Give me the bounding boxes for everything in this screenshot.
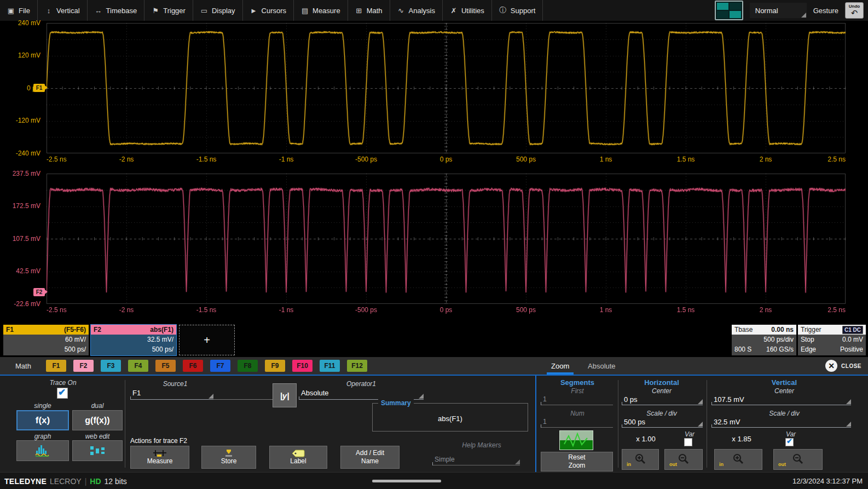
descriptor-row: F1(F5-F6) 60 mV/500 ps/ F2abs(F1) 32.5 m… — [0, 324, 868, 356]
operator1-value: Absolute — [301, 389, 329, 397]
menu-trigger[interactable]: ⚑Trigger — [144, 0, 193, 21]
tab-f2[interactable]: F2 — [73, 360, 94, 372]
vertical-zoom-out-button[interactable]: out — [773, 449, 823, 470]
menu-timebase[interactable]: ↔Timebase — [88, 0, 145, 21]
f1-zero-level-marker[interactable]: F1 — [33, 84, 45, 92]
zoom-out-icon — [677, 453, 690, 466]
summary-label: Summary — [378, 399, 414, 407]
segments-first-input[interactable]: 1 — [541, 395, 613, 405]
trigger-icon: ⚑ — [152, 7, 159, 15]
utilities-icon: ✗ — [450, 7, 458, 15]
tab-f11[interactable]: F11 — [320, 360, 340, 372]
menu-label: File — [19, 7, 30, 15]
web-edit-button[interactable] — [72, 440, 123, 461]
help-markers-dropdown[interactable]: Simple — [432, 456, 520, 465]
vertical-zoom-in-button[interactable]: in — [714, 449, 762, 470]
vertical-scale-value: 32.5 mV — [714, 418, 740, 426]
single-fx-button[interactable]: f(x) — [16, 410, 69, 430]
f2-zero-level-marker[interactable]: F2 — [33, 288, 45, 296]
horizontal-zoom-in-button[interactable]: in — [622, 449, 659, 470]
operator1-dropdown[interactable]: Absolute — [299, 389, 424, 400]
f2-info: abs(F1) — [150, 325, 173, 335]
vertical-var-checkbox[interactable]: ✔ — [785, 438, 794, 446]
y-tick: 237.5 mV — [13, 170, 40, 177]
f2-id: F2 — [94, 325, 101, 335]
horizontal-center-input[interactable]: 0 ps — [622, 395, 703, 405]
segment-waveform-button[interactable] — [559, 430, 593, 450]
section-divider — [618, 380, 618, 468]
menu-label: Math — [367, 7, 383, 15]
source1-dropdown[interactable]: F1 — [130, 389, 213, 400]
tab-f5[interactable]: F5 — [155, 360, 176, 372]
math-setup-dialog: Trace On ✔ single dual f(x) g(f(x)) grap… — [0, 375, 868, 472]
vertical-center-input[interactable]: 107.5 mV — [711, 395, 851, 405]
timebase-descriptor-box[interactable]: Tbase0.00 ns 500 ps/div 800 S160 GS/s — [732, 325, 796, 355]
vertical-title: Vertical — [708, 378, 861, 387]
measure-icon: ▤ — [301, 7, 309, 15]
check-icon: ✔ — [786, 437, 792, 445]
graph-button[interactable] — [16, 440, 69, 461]
f1-descriptor-box[interactable]: F1(F5-F6) 60 mV/500 ps/ — [3, 325, 89, 355]
trigger-descriptor-box[interactable]: TriggerC1 DC Stop0.0 mV EdgePositive — [798, 325, 866, 355]
absolute-operator-icon-button[interactable]: |y| — [273, 383, 297, 407]
file-icon: ▣ — [7, 7, 15, 15]
display-mode-dropdown[interactable]: Normal — [750, 3, 807, 18]
f1-vscale: 60 mV/ — [6, 335, 86, 344]
menu-display[interactable]: ▭Display — [193, 0, 243, 21]
tab-zoom[interactable]: Zoom — [543, 357, 577, 375]
zoom-out-label: out — [669, 462, 677, 468]
y-tick: 172.5 mV — [13, 202, 40, 210]
label-button[interactable]: Label — [269, 446, 327, 469]
brand-logo: TELEDYNE LECROY | HD 12 bits — [4, 477, 127, 486]
tab-f7[interactable]: F7 — [210, 360, 230, 372]
add-edit-name-button[interactable]: Add / Edit Name — [340, 446, 400, 469]
menu-support[interactable]: ⓘSupport — [492, 0, 543, 21]
tab-f10[interactable]: F10 — [292, 360, 313, 372]
menu-file[interactable]: ▣File — [0, 0, 38, 21]
store-button[interactable]: Store — [201, 446, 256, 469]
vertical-scale-input[interactable]: 32.5 mV — [711, 418, 851, 428]
measure-button[interactable]: Measure — [130, 446, 189, 469]
horizontal-scale-label: Scale / div — [619, 410, 704, 417]
f1-plot-area[interactable]: F1 — [47, 23, 846, 153]
tab-f4[interactable]: F4 — [128, 360, 148, 372]
f2-descriptor-box[interactable]: F2abs(F1) 32.5 mV/500 ps/ — [91, 325, 176, 355]
menu-measure[interactable]: ▤Measure — [294, 0, 348, 21]
dual-gfx-button[interactable]: g(f(x)) — [72, 410, 123, 430]
menu-vertical[interactable]: ↕Vertical — [38, 0, 88, 21]
tab-absolute[interactable]: Absolute — [580, 357, 623, 375]
close-button[interactable]: ✕ CLOSE — [825, 357, 861, 375]
brand-teledyne: TELEDYNE — [4, 477, 47, 486]
f2-plot-area[interactable]: F2 — [47, 174, 846, 304]
menu-analysis[interactable]: ∿Analysis — [390, 0, 443, 21]
tab-f3[interactable]: F3 — [101, 360, 121, 372]
x-tick: 0 ps — [440, 156, 453, 163]
tab-f9[interactable]: F9 — [265, 360, 285, 372]
undo-button[interactable]: Undo↶ — [845, 2, 864, 19]
menu-math[interactable]: ⊞Math — [348, 0, 390, 21]
horizontal-zoom-out-button[interactable]: out — [664, 449, 703, 470]
f2-plot-canvas[interactable] — [47, 174, 846, 304]
undo-icon: ↶ — [851, 9, 858, 17]
menu-label: Measure — [313, 7, 340, 15]
segments-title: Segments — [539, 378, 616, 387]
f1-plot-canvas[interactable] — [47, 23, 846, 153]
add-trace-button[interactable]: + — [179, 325, 235, 355]
cursors-icon: ► — [250, 7, 258, 15]
reset-zoom-line2: Zoom — [569, 462, 586, 470]
horizontal-var-checkbox[interactable]: ✔ — [684, 438, 692, 446]
trace-on-checkbox[interactable]: ✔ — [57, 388, 68, 399]
tab-f6[interactable]: F6 — [183, 360, 203, 372]
horizontal-scale-input[interactable]: 500 ps — [622, 418, 703, 428]
tab-f12[interactable]: F12 — [347, 360, 367, 372]
x-tick: -2 ns — [119, 156, 134, 163]
tab-f1[interactable]: F1 — [46, 360, 66, 372]
segments-num-input[interactable]: 1 — [541, 418, 613, 428]
timebase-icon: ↔ — [95, 7, 102, 15]
tab-f8[interactable]: F8 — [238, 360, 258, 372]
reset-zoom-button[interactable]: Reset Zoom — [541, 452, 613, 471]
grid-display-button[interactable] — [715, 1, 743, 20]
horizontal-scrollbar-handle[interactable] — [372, 480, 441, 482]
menu-utilities[interactable]: ✗Utilities — [443, 0, 492, 21]
menu-cursors[interactable]: ►Cursors — [243, 0, 294, 21]
